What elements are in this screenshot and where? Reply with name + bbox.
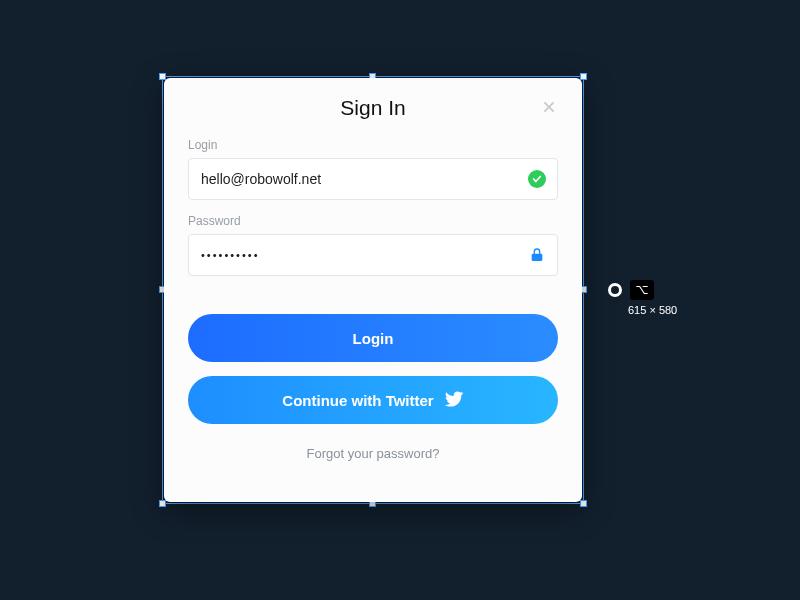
- option-key-icon[interactable]: [630, 280, 654, 300]
- forgot-password-link[interactable]: Forgot your password?: [307, 446, 440, 461]
- login-field-wrap: [188, 158, 558, 200]
- lock-icon: [528, 246, 546, 264]
- signin-card: Sign In Login Password Log: [164, 78, 582, 502]
- password-input[interactable]: [188, 234, 558, 276]
- actions: Login Continue with Twitter: [188, 314, 558, 424]
- twitter-icon: [444, 389, 464, 412]
- props-icons-row: [608, 280, 654, 300]
- login-button[interactable]: Login: [188, 314, 558, 362]
- close-icon[interactable]: [540, 98, 558, 116]
- password-field-wrap: [188, 234, 558, 276]
- circle-icon[interactable]: [608, 283, 622, 297]
- continue-twitter-button[interactable]: Continue with Twitter: [188, 376, 558, 424]
- twitter-button-label: Continue with Twitter: [282, 392, 433, 409]
- login-label: Login: [188, 138, 558, 152]
- login-input[interactable]: [188, 158, 558, 200]
- valid-check-icon: [528, 170, 546, 188]
- forgot-row: Forgot your password?: [188, 444, 558, 462]
- page-title: Sign In: [188, 96, 558, 120]
- resize-handle-bottom-left[interactable]: [159, 500, 166, 507]
- selection-properties-badge: 615 × 580: [608, 280, 677, 316]
- login-button-label: Login: [353, 330, 394, 347]
- resize-handle-top-right[interactable]: [580, 73, 587, 80]
- card-header: Sign In: [188, 96, 558, 120]
- selection-dimensions: 615 × 580: [628, 304, 677, 316]
- resize-handle-bottom-right[interactable]: [580, 500, 587, 507]
- password-label: Password: [188, 214, 558, 228]
